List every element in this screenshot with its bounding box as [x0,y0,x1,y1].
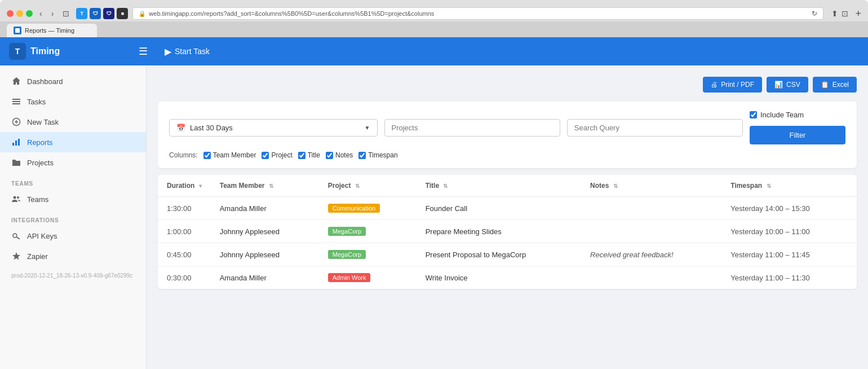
svg-marker-15 [12,252,20,260]
minimize-button[interactable] [16,10,23,17]
excel-button[interactable]: 📋 Excel [813,77,857,93]
browser-tab[interactable]: Reports — Timing [7,24,97,37]
export-actions: 🖨 Print / PDF 📊 CSV 📋 Excel [158,77,857,93]
print-pdf-label: Print / PDF [721,81,754,89]
sidebar-label-projects: Projects [27,159,54,167]
col-header-title[interactable]: Title ⇅ [417,175,581,197]
ext-icon-4: ■ [117,8,128,19]
sidebar-item-zapier[interactable]: Zapier [0,246,146,266]
new-tab-button[interactable]: + [855,8,861,20]
column-project-check[interactable]: Project [262,151,292,159]
sidebar-item-projects[interactable]: Projects [0,152,146,173]
close-button[interactable] [7,10,14,17]
include-team-wrapper: Include Team [750,111,845,119]
csv-label: CSV [786,81,800,89]
col-header-duration[interactable]: Duration ▾ [158,175,211,197]
sidebar-item-new-task[interactable]: New Task [0,112,146,132]
sort-icon-title: ⇅ [443,183,448,189]
date-range-label: Last 30 Days [190,124,360,132]
cell-duration-0: 1:30:00 [158,197,211,220]
cell-team-member-2: Johnny Appleseed [211,243,319,266]
cell-duration-3: 0:30:00 [158,266,211,289]
reload-button[interactable]: ↻ [812,10,817,17]
svg-point-11 [17,196,19,199]
bookmarks-button[interactable]: ⊡ [842,9,848,18]
sidebar-item-api-keys[interactable]: API Keys [0,226,146,246]
csv-icon: 📊 [774,81,783,89]
filter-right: Include Team Filter [750,111,845,144]
cell-notes-3 [581,266,721,289]
folder-icon [11,157,21,168]
cell-team-member-0: Amanda Miller [211,197,319,220]
ext-icon-1: T [76,8,87,19]
print-pdf-button[interactable]: 🖨 Print / PDF [703,77,762,93]
sidebar-item-dashboard[interactable]: Dashboard [0,71,146,91]
traffic-lights[interactable] [7,10,33,17]
project-header-label: Project [328,182,351,190]
ext-icon-3: 🛡 [103,8,114,19]
url-bar[interactable]: 🔒 web.timingapp.com/reports?add_sort=&co… [132,7,823,20]
cell-title-0: Founder Call [417,197,581,220]
sort-icon-project: ⇅ [355,183,360,189]
sidebar-item-teams[interactable]: Teams [0,189,146,209]
col-project-label: Project [271,151,292,159]
search-input[interactable] [567,119,743,137]
cell-team-member-3: Amanda Miller [211,266,319,289]
filter-bar: 📅 Last 30 Days ▼ Include Team F [158,102,857,168]
csv-button[interactable]: 📊 CSV [767,77,808,93]
column-team-member-check[interactable]: Team Member [203,151,256,159]
title-header-label: Title [426,182,439,190]
sidebar-label-api-keys: API Keys [27,232,57,240]
svg-rect-8 [15,140,17,146]
hamburger-button[interactable]: ☰ [136,43,150,60]
svg-rect-1 [12,99,20,100]
teams-section-label: TEAMS [0,173,146,189]
column-notes-check[interactable]: Notes [326,151,353,159]
main-content: 🖨 Print / PDF 📊 CSV 📋 Excel 📅 [147,65,868,369]
sidebar-label-teams: Teams [27,195,48,204]
sort-icon-notes: ⇅ [613,183,618,189]
col-title-label: Title [308,151,320,159]
cell-project-2: MegaCorp [319,243,417,266]
star-icon [11,251,21,261]
include-team-checkbox[interactable] [750,111,757,118]
sort-icon-duration: ▾ [199,183,202,189]
back-button[interactable]: ‹ [37,8,45,19]
sidebar-item-reports[interactable]: Reports [0,132,146,152]
house-icon [11,76,21,86]
sidebar-item-tasks[interactable]: Tasks [0,91,146,112]
reader-view-button[interactable]: ⊡ [63,9,69,18]
cell-project-1: MegaCorp [319,220,417,243]
svg-rect-9 [18,139,20,146]
project-badge-1: MegaCorp [328,227,366,236]
col-header-project[interactable]: Project ⇅ [319,175,417,197]
integrations-section-label: INTEGRATIONS [0,209,146,226]
cell-title-3: Write Invoice [417,266,581,289]
table-row: 1:00:00 Johnny Appleseed MegaCorp Prepar… [158,220,857,243]
sort-icon-timespan: ⇅ [767,183,771,189]
column-title-check[interactable]: Title [298,151,320,159]
start-task-button[interactable]: ▶ Start Task [159,43,215,60]
app-name: Timing [30,46,60,56]
columns-row: Columns: Team Member Project Title [169,151,845,159]
url-text: web.timingapp.com/reports?add_sort=&colu… [149,10,808,17]
col-notes-label: Notes [335,151,353,159]
project-badge-2: MegaCorp [328,250,366,259]
list-icon [11,96,21,107]
col-header-notes[interactable]: Notes ⇅ [581,175,721,197]
svg-point-10 [14,196,16,199]
play-icon: ▶ [165,46,171,57]
table-row: 0:45:00 Johnny Appleseed MegaCorp Presen… [158,243,857,266]
share-button[interactable]: ⬆ [831,9,838,18]
date-range-picker[interactable]: 📅 Last 30 Days ▼ [169,119,378,137]
maximize-button[interactable] [26,10,33,17]
forward-button[interactable]: › [49,8,56,19]
projects-input[interactable] [384,119,560,137]
column-timespan-check[interactable]: Timespan [358,151,397,159]
col-header-team-member[interactable]: Team Member ⇅ [211,175,319,197]
filter-button[interactable]: Filter [750,126,845,144]
sidebar-label-zapier: Zapier [27,252,48,261]
svg-rect-0 [15,28,20,33]
col-team-member-label: Team Member [213,151,256,159]
col-header-timespan[interactable]: Timespan ⇅ [721,175,857,197]
